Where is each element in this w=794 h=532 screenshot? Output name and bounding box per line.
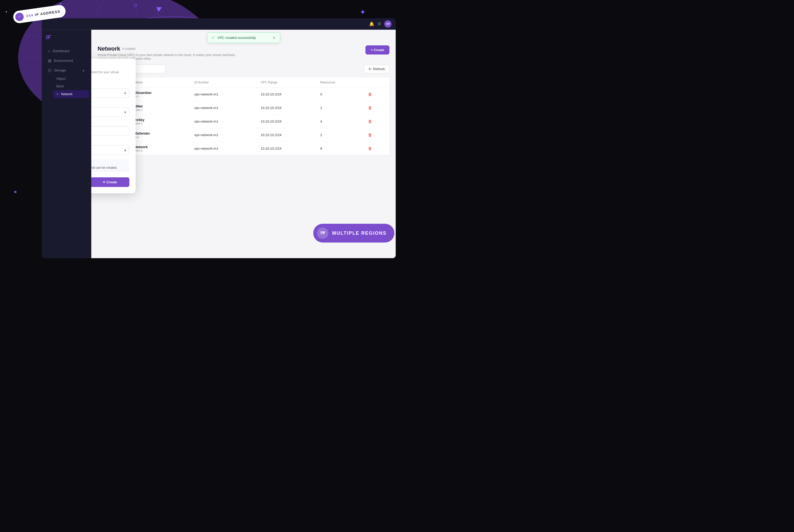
- cell-vpc-range: 10.10.10.2/24: [257, 142, 316, 155]
- regions-icon: 🗺: [317, 227, 328, 239]
- cell-vpc-range: 10.10.10.2/24: [257, 128, 316, 142]
- sidebar-object-label: Object: [56, 77, 65, 81]
- sidebar-item-environment[interactable]: ▤ Environment: [44, 56, 89, 65]
- cell-id-number: vps-network-m1: [190, 88, 257, 101]
- sidebar-storage-label: Storage: [54, 68, 66, 72]
- range-label: Range: [91, 140, 129, 144]
- datacenter-field: Data Center Singapore-1 Singapore-2 Jaka…: [91, 102, 129, 117]
- table-row: 2 ShieldNet Singapore-1 vps-network-m1 1…: [98, 101, 390, 115]
- info-text: There's a limit of 5 VPCs that can be cr…: [91, 166, 117, 170]
- logo-mark: IF: [46, 34, 51, 41]
- multiple-regions-badge[interactable]: 🗺 MULTIPLE REGIONS: [313, 224, 394, 243]
- network-table-container: No VPC Name Id Number VPC Range Resource…: [98, 77, 390, 155]
- delete-row-button[interactable]: 🗑: [368, 133, 372, 137]
- delete-row-button[interactable]: 🗑: [368, 92, 372, 97]
- cell-resources: 0: [316, 88, 364, 101]
- delete-row-button[interactable]: 🗑: [368, 106, 372, 110]
- create-network-button[interactable]: + Create: [365, 45, 390, 55]
- vpc-name-label: VPC Name: [91, 121, 129, 125]
- panel-title: Create VPC: [91, 65, 129, 69]
- network-icon: ⑂: [56, 92, 58, 96]
- delete-row-button[interactable]: 🗑: [368, 119, 372, 124]
- page-header: Network 4 created Virtual Private Cloud …: [98, 45, 390, 60]
- col-vpc-range: VPC Range: [257, 77, 316, 88]
- storage-submenu: Object Block ⑂ Network: [42, 75, 91, 98]
- panel-actions: Cancel ✦ Create: [91, 177, 129, 187]
- toolbar: 🔍 ↻ Refresh: [98, 65, 390, 73]
- table-body: 1 CloudGuardian Jakarta-1 vps-network-m1…: [98, 88, 390, 155]
- cell-resources: 8: [316, 142, 364, 155]
- ip-badge-icon: ⑂: [15, 12, 24, 22]
- col-actions: [364, 77, 390, 88]
- cell-resources: 2: [316, 101, 364, 115]
- settings-icon[interactable]: ⚙: [377, 21, 381, 26]
- ip-badge-label: 254 IP ADDRESS: [26, 9, 60, 18]
- toast-success-icon: ✓: [211, 35, 215, 40]
- range-select[interactable]: 255.255.255.0/24 10.0.0.0/24: [91, 145, 129, 155]
- vpc-name-field: VPC Name: [91, 121, 129, 136]
- col-resources: Resources: [316, 77, 364, 88]
- svg-rect-8: [60, 3, 61, 4]
- sidebar-item-dashboard[interactable]: ⌂ Dashboard: [44, 46, 89, 56]
- panel-subtitle: VPC provides a secure environment for yo…: [91, 71, 129, 78]
- sidebar-item-network[interactable]: ⑂ Network: [53, 90, 89, 98]
- sidebar-item-object[interactable]: Object: [53, 75, 89, 82]
- network-table: No VPC Name Id Number VPC Range Resource…: [98, 77, 390, 155]
- environment-icon: ▤: [48, 58, 51, 62]
- cell-id-number: vps-network-m1: [190, 115, 257, 128]
- delete-row-button[interactable]: 🗑: [368, 146, 372, 151]
- sidebar-network-label: Network: [61, 92, 73, 96]
- cell-delete: 🗑: [364, 128, 390, 142]
- app-window: 🔔 ⚙ YP IF ⌂ Dashboard ▤ Environment ◫ St…: [42, 18, 396, 258]
- cell-id-number: vps-network-m1: [190, 142, 257, 155]
- sidebar-block-label: Block: [56, 84, 64, 88]
- info-title: VPC information: [91, 162, 117, 165]
- cell-resources: 4: [316, 115, 364, 128]
- sidebar: IF ⌂ Dashboard ▤ Environment ◫ Storage ▲…: [42, 30, 91, 258]
- location-field: Location Singapore Jakarta: [91, 83, 129, 98]
- sidebar-item-block[interactable]: Block: [53, 83, 89, 90]
- dashboard-icon: ⌂: [48, 49, 50, 53]
- notification-icon[interactable]: 🔔: [369, 21, 374, 26]
- storage-icon: ◫: [48, 68, 51, 72]
- cell-delete: 🗑: [364, 88, 390, 101]
- sidebar-logo: IF: [42, 34, 91, 46]
- sidebar-item-storage[interactable]: ◫ Storage ▲: [44, 65, 89, 75]
- location-select[interactable]: Singapore Jakarta: [91, 88, 129, 98]
- datacenter-select[interactable]: Singapore-1 Singapore-2 Jakarta-1: [91, 107, 129, 117]
- datacenter-label: Data Center: [91, 102, 129, 106]
- toast-close-button[interactable]: ✕: [272, 36, 276, 40]
- star-decoration-2: ✦: [360, 8, 366, 16]
- sidebar-dashboard-label: Dashboard: [53, 49, 69, 53]
- star-decoration-1: ✦: [5, 11, 7, 13]
- network-page: Network 4 created Virtual Private Cloud …: [91, 30, 396, 160]
- storage-expand-icon: ▲: [82, 69, 85, 72]
- cell-resources: 2: [316, 128, 364, 142]
- col-id-number: Id Number: [190, 77, 257, 88]
- range-select-wrapper: 255.255.255.0/24 10.0.0.0/24: [91, 145, 129, 155]
- table-header: No VPC Name Id Number VPC Range Resource…: [98, 77, 390, 88]
- network-count-badge: 4 created: [122, 47, 135, 51]
- vpc-info-box: ℹ VPC information There's a limit of 5 V…: [91, 159, 129, 172]
- table-row: 5 DataNetwork Singapore-2 vps-network-m1…: [98, 142, 390, 155]
- deco-square-1: [14, 191, 16, 193]
- submit-create-button[interactable]: ✦ Create: [91, 177, 129, 187]
- page-title: Network 4 created: [98, 45, 254, 52]
- location-label: Location: [91, 83, 129, 87]
- cell-delete: 🗑: [364, 142, 390, 155]
- toast-message: VPC created successfully: [218, 36, 256, 40]
- cell-vpc-range: 10.10.10.2/24: [257, 101, 316, 115]
- topbar: 🔔 ⚙ YP: [42, 18, 396, 30]
- refresh-button[interactable]: ↻ Refresh: [364, 65, 390, 73]
- cell-vpc-range: 10.10.10.2/24: [257, 88, 316, 101]
- table-row: 3 SecureSky Singapore-1 vps-network-m1 1…: [98, 115, 390, 128]
- table-row: 1 CloudGuardian Jakarta-1 vps-network-m1…: [98, 88, 390, 101]
- location-select-wrapper: Singapore Jakarta: [91, 88, 129, 98]
- regions-label: MULTIPLE REGIONS: [332, 230, 386, 236]
- user-avatar[interactable]: YP: [384, 20, 392, 27]
- vpc-name-input[interactable]: [91, 126, 129, 136]
- refresh-icon: ↻: [368, 67, 372, 71]
- create-vpc-panel: Create VPC VPC provides a secure environ…: [91, 58, 136, 193]
- cell-id-number: vps-network-m1: [190, 128, 257, 142]
- cell-delete: 🗑: [364, 101, 390, 115]
